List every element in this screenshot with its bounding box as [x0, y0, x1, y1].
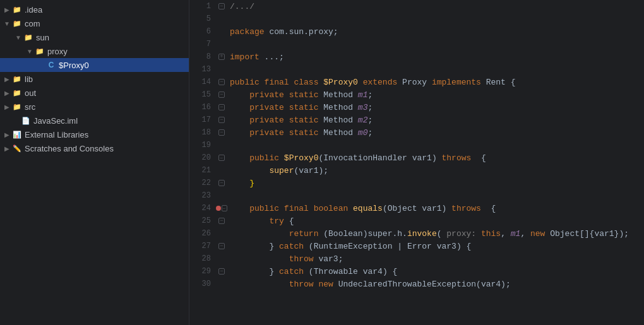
code-line-1: 1 − /.../	[189, 0, 644, 13]
tree-arrow-sun[interactable]: ▼	[14, 34, 23, 41]
tree-item-sun[interactable]: ▼ 📁 sun	[0, 30, 189, 44]
line-content-29: } catch (Throwable var4) {	[227, 267, 397, 276]
line-content-30: throw new UndeclaredThrowableException(v…	[227, 280, 511, 289]
tree-item-scratches[interactable]: ▶ ✏️ Scratches and Consoles	[0, 141, 189, 155]
code-line-13: 13	[189, 63, 644, 76]
code-line-15: 15 − private static Method m1;	[189, 88, 644, 101]
gutter-22[interactable]: −	[216, 180, 227, 186]
line-num-8: 8	[189, 52, 216, 61]
extlibs-icon: 📊	[11, 129, 23, 139]
tree-item-out[interactable]: ▶ 📁 out	[0, 86, 189, 100]
line-num-15: 15	[189, 90, 216, 99]
line-num-19: 19	[189, 141, 216, 150]
gutter-18[interactable]: −	[216, 129, 227, 136]
code-line-22: 22 − }	[189, 177, 644, 189]
line-content-27: } catch (RuntimeException | Error var3) …	[227, 242, 471, 251]
line-num-29: 29	[189, 267, 216, 276]
line-num-30: 30	[189, 280, 216, 288]
line-num-5: 5	[189, 15, 216, 23]
gutter-25[interactable]: −	[216, 218, 227, 224]
folder-icon-src: 📁	[11, 102, 23, 112]
tree-label-scratches: Scratches and Consoles	[25, 144, 114, 153]
line-num-13: 13	[189, 65, 216, 74]
line-num-6: 6	[189, 27, 216, 36]
tree-label-extlibs: External Libraries	[25, 130, 88, 139]
tree-item-extlibs[interactable]: ▶ 📊 External Libraries	[0, 127, 189, 141]
code-line-6: 6 package com.sun.proxy;	[189, 25, 644, 38]
fold-icon-22[interactable]: −	[218, 180, 225, 186]
code-line-27: 27 − } catch (RuntimeException | Error v…	[189, 240, 644, 252]
line-num-17: 17	[189, 115, 216, 124]
folder-icon-proxy: 📁	[34, 46, 45, 56]
folder-icon-com: 📁	[11, 18, 23, 28]
line-num-27: 27	[189, 242, 216, 251]
line-content-18: private static Method m0;	[227, 128, 373, 138]
gutter-17[interactable]: −	[216, 117, 227, 123]
line-content-25: try {	[227, 216, 294, 226]
file-tree[interactable]: ▶ 📁 .idea ▼ 📁 com ▼ 📁 sun ▼ 📁 proxy C $P…	[0, 0, 189, 325]
tree-item-lib[interactable]: ▶ 📁 lib	[0, 72, 189, 86]
tree-label-javasec: JavaSec.iml	[33, 116, 78, 126]
line-num-23: 23	[189, 191, 216, 200]
tree-item-javasec[interactable]: 📄 JavaSec.iml	[0, 114, 189, 127]
tree-arrow-out[interactable]: ▶	[3, 90, 11, 97]
tree-item-proxy[interactable]: ▼ 📁 proxy	[0, 44, 189, 58]
gutter-29[interactable]: −	[216, 268, 227, 275]
tree-arrow-src[interactable]: ▶	[3, 103, 11, 110]
line-num-7: 7	[189, 40, 216, 49]
tree-arrow-proxy[interactable]: ▼	[25, 48, 34, 55]
code-line-19: 19	[189, 139, 644, 151]
code-line-5: 5	[189, 13, 644, 25]
folder-icon-lib: 📁	[11, 74, 23, 84]
line-content-7	[227, 40, 235, 49]
fold-icon-25[interactable]: −	[218, 218, 225, 224]
line-num-28: 28	[189, 254, 216, 263]
fold-icon-14[interactable]: −	[218, 79, 225, 85]
line-content-19	[227, 141, 235, 150]
gutter-1[interactable]: −	[216, 3, 227, 9]
fold-icon-27[interactable]: −	[218, 243, 225, 249]
fold-icon-1[interactable]: −	[218, 3, 225, 9]
gutter-16[interactable]: −	[216, 104, 227, 110]
tree-item-idea[interactable]: ▶ 📁 .idea	[0, 3, 189, 16]
fold-icon-16[interactable]: −	[218, 104, 225, 110]
fold-icon-8[interactable]: +	[218, 54, 225, 60]
code-line-14: 14 − public final class $Proxy0 extends …	[189, 76, 644, 88]
line-num-25: 25	[189, 216, 216, 225]
tree-label-src: src	[25, 102, 35, 112]
tree-arrow-com[interactable]: ▼	[3, 20, 11, 27]
line-num-26: 26	[189, 229, 216, 238]
gutter-15[interactable]: −	[216, 92, 227, 98]
code-line-29: 29 − } catch (Throwable var4) {	[189, 265, 644, 278]
tree-label-com: com	[25, 19, 40, 28]
gutter-8[interactable]: +	[216, 54, 227, 60]
fold-icon-24[interactable]: −	[222, 205, 228, 211]
tree-arrow-scratches[interactable]: ▶	[3, 145, 11, 152]
fold-icon-29[interactable]: −	[218, 268, 225, 275]
code-line-18: 18 − private static Method m0;	[189, 126, 644, 139]
tree-arrow-extlibs[interactable]: ▶	[3, 131, 11, 138]
fold-icon-17[interactable]: −	[218, 117, 225, 123]
code-line-25: 25 − try {	[189, 215, 644, 227]
tree-item-com[interactable]: ▼ 📁 com	[0, 16, 189, 30]
code-line-16: 16 − private static Method m3;	[189, 101, 644, 114]
proxy-file-icon: C	[45, 60, 57, 70]
code-line-20: 20 − public $Proxy0(InvocationHandler va…	[189, 151, 644, 164]
gutter-27[interactable]: −	[216, 243, 227, 249]
line-content-1: /.../	[227, 2, 259, 11]
iml-file-icon: 📄	[20, 115, 32, 126]
tree-item-src[interactable]: ▶ 📁 src	[0, 100, 189, 114]
gutter-14[interactable]: −	[216, 79, 227, 85]
gutter-20[interactable]: −	[216, 155, 227, 161]
code-editor[interactable]: 1 − /.../ 5 6 package com.sun.proxy; 7 8…	[189, 0, 644, 325]
code-line-17: 17 − private static Method m2;	[189, 114, 644, 126]
fold-icon-18[interactable]: −	[218, 129, 225, 136]
fold-icon-15[interactable]: −	[218, 92, 225, 98]
tree-arrow-idea[interactable]: ▶	[3, 6, 11, 13]
fold-icon-20[interactable]: −	[218, 155, 225, 161]
breakpoint-icon-24[interactable]	[216, 206, 221, 211]
tree-arrow-lib[interactable]: ▶	[3, 76, 11, 83]
code-content-area: 1 − /.../ 5 6 package com.sun.proxy; 7 8…	[189, 0, 644, 290]
line-num-22: 22	[189, 179, 216, 187]
tree-item-proxy0[interactable]: C $Proxy0	[0, 58, 189, 72]
